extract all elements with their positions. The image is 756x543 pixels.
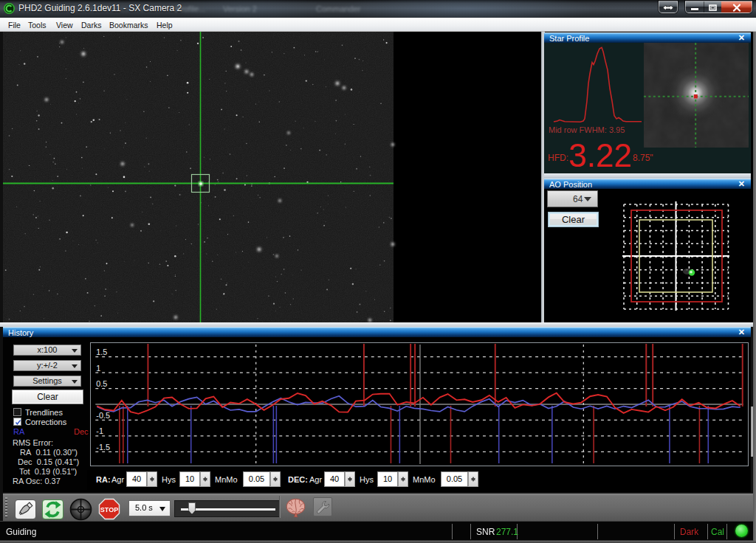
svg-text:-1.5: -1.5 xyxy=(96,443,110,452)
svg-text:STOP: STOP xyxy=(100,506,118,513)
svg-text:1: 1 xyxy=(96,364,100,373)
svg-text:-0.5: -0.5 xyxy=(96,411,110,420)
svg-text:-1: -1 xyxy=(96,426,103,435)
svg-text:0.5: 0.5 xyxy=(96,379,107,388)
svg-text:1.5: 1.5 xyxy=(96,347,107,356)
